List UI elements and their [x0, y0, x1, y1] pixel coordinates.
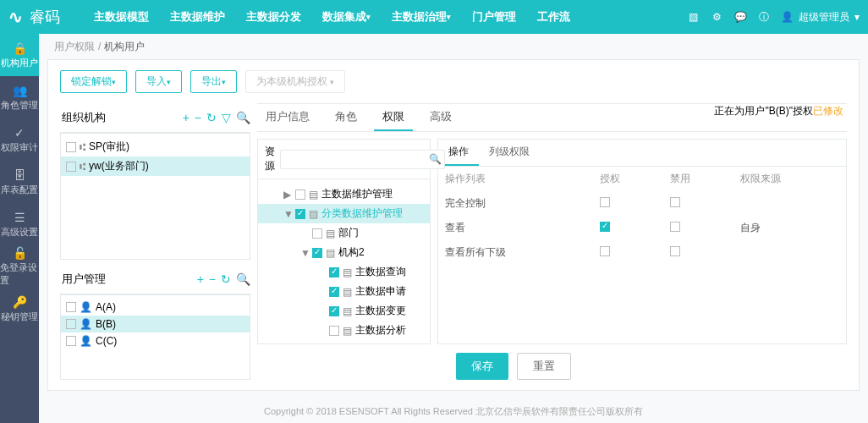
chat-icon[interactable]: 💬 [733, 10, 747, 24]
resource-node[interactable]: ▤部门 [258, 223, 430, 243]
logo: ∿ 睿码 [8, 7, 60, 27]
user-icon: 👤 [781, 11, 794, 23]
filter-icon[interactable]: ▽ [222, 111, 231, 124]
top-nav-6[interactable]: 工作流 [537, 9, 570, 25]
sidebar-item-4[interactable]: ☰高级设置 [0, 203, 39, 245]
perm-row: 完全控制 [438, 191, 846, 216]
top-nav-4[interactable]: 主数据治理 [392, 9, 451, 25]
import-button[interactable]: 导入 [135, 70, 182, 93]
user-item[interactable]: 👤B(B) [61, 316, 250, 332]
tab-角色[interactable]: 角色 [327, 104, 365, 131]
org-item[interactable]: ⑆yw(业务部门) [61, 157, 250, 176]
resource-search-input[interactable] [280, 150, 445, 169]
chevron-down-icon: ▾ [854, 11, 860, 23]
perm-tab-1[interactable]: 列级权限 [479, 140, 540, 166]
export-button[interactable]: 导出 [190, 70, 237, 93]
refresh-icon[interactable]: ↻ [206, 111, 217, 124]
deny-checkbox[interactable] [670, 197, 680, 207]
minus-icon[interactable]: − [209, 272, 216, 286]
resource-node[interactable]: ▶▤机构_勿删_分发用 [258, 340, 430, 343]
org-title: 组织机构 [60, 107, 107, 129]
user-tree: 👤A(A)👤B(B)👤C(C) [60, 294, 250, 380]
perm-row: 查看自身 [438, 216, 846, 240]
gear-icon[interactable]: ⚙ [710, 10, 723, 24]
sidebar-item-2[interactable]: ✓权限审计 [0, 118, 39, 161]
search-icon[interactable]: 🔍 [236, 111, 250, 124]
top-nav-3[interactable]: 数据集成 [322, 9, 371, 25]
tab-高级[interactable]: 高级 [421, 104, 460, 131]
resource-node[interactable]: ▼▤机构2 [258, 243, 430, 262]
resource-node[interactable]: ▤主数据查询 [258, 262, 430, 282]
topbar: ∿ 睿码 主数据模型主数据维护主数据分发数据集成主数据治理门户管理工作流 ▧ ⚙… [0, 0, 868, 34]
logo-icon: ∿ [8, 7, 23, 27]
deny-checkbox[interactable] [670, 246, 680, 256]
reset-button[interactable]: 重置 [517, 353, 571, 380]
search-icon[interactable]: 🔍 [236, 272, 250, 286]
resource-node[interactable]: ▼▤分类数据维护管理 [258, 204, 430, 223]
minus-icon[interactable]: − [195, 111, 201, 124]
auth-checkbox[interactable] [600, 246, 610, 256]
logo-text: 睿码 [30, 7, 60, 27]
sidebar: 🔒机构用户👥角色管理✓权限审计🗄库表配置☰高级设置🔓免登录设置🔑秘钥管理 [0, 34, 39, 423]
user-title: 用户管理 [60, 268, 107, 290]
resource-node[interactable]: ▤主数据分析 [258, 321, 430, 340]
resource-label: 资源 [265, 145, 275, 173]
chart-icon[interactable]: ▧ [686, 10, 700, 24]
info-icon[interactable]: ⓘ [757, 10, 771, 24]
footer: Copyright © 2018 ESENSOFT All Rights Res… [39, 399, 868, 423]
lock-button[interactable]: 锁定解锁 [60, 70, 127, 93]
top-nav-2[interactable]: 主数据分发 [246, 9, 301, 25]
save-button[interactable]: 保存 [456, 353, 508, 380]
org-tree: ⑆SP(审批)⑆yw(业务部门) [60, 133, 250, 260]
user-item[interactable]: 👤C(C) [61, 332, 250, 349]
auth-info: 正在为用户"B(B)"授权已修改 [714, 104, 847, 131]
resource-node[interactable]: ▤主数据变更 [258, 301, 430, 321]
sidebar-item-1[interactable]: 👥角色管理 [0, 76, 39, 118]
top-nav-5[interactable]: 门户管理 [472, 9, 516, 25]
resource-node[interactable]: ▶▤主数据维护管理 [258, 184, 430, 204]
breadcrumb: 用户权限 / 机构用户 [39, 34, 868, 59]
tab-权限[interactable]: 权限 [374, 104, 413, 131]
authlevel-button[interactable]: 为本级机构授权 [245, 70, 345, 93]
top-nav-0[interactable]: 主数据模型 [94, 9, 149, 25]
resource-node[interactable]: ▤主数据申请 [258, 282, 430, 301]
user-menu[interactable]: 👤 超级管理员 ▾ [781, 10, 860, 25]
perm-row: 查看所有下级 [438, 240, 846, 265]
sidebar-item-5[interactable]: 🔓免登录设置 [0, 245, 39, 288]
top-nav-1[interactable]: 主数据维护 [170, 9, 225, 25]
sidebar-item-6[interactable]: 🔑秘钥管理 [0, 288, 39, 330]
sidebar-item-3[interactable]: 🗄库表配置 [0, 161, 39, 203]
auth-checkbox[interactable] [600, 197, 610, 207]
add-icon[interactable]: + [197, 272, 204, 286]
deny-checkbox[interactable] [670, 222, 680, 232]
tab-用户信息[interactable]: 用户信息 [257, 104, 318, 131]
user-item[interactable]: 👤A(A) [61, 299, 250, 316]
user-label: 超级管理员 [799, 10, 849, 25]
org-item[interactable]: ⑆SP(审批) [61, 137, 250, 157]
add-icon[interactable]: + [183, 111, 190, 124]
refresh-icon[interactable]: ↻ [221, 272, 231, 286]
sidebar-item-0[interactable]: 🔒机构用户 [0, 34, 39, 76]
auth-checkbox[interactable] [600, 222, 610, 232]
search-icon[interactable]: 🔍 [429, 153, 442, 165]
